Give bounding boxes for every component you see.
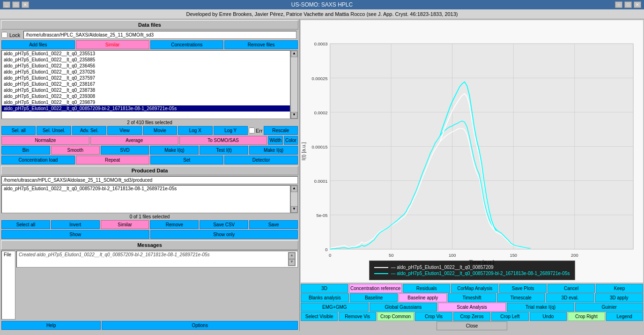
file-item[interactable]: aldo_pH7p5_Elution1_0022__lt_q0_235513 [2,51,290,57]
restore-button[interactable]: □ [12,1,20,8]
close-button[interactable]: Close [437,321,507,330]
adv-sel-button[interactable]: Adv. Sel. [72,126,106,135]
keep-button[interactable]: Keep [596,284,643,293]
guinier-button[interactable]: Guinier [575,303,643,312]
produced-file-item[interactable]: aldo_pH7p5_Elution1_0022__lt_q0_00857209… [2,186,290,192]
set-button[interactable]: Set [150,156,224,164]
min-btn2[interactable]: − [615,1,622,8]
file-list-scrollbar[interactable]: ▲ ▼ [290,50,298,119]
repeat-button[interactable]: Repeat [76,156,149,164]
similar2-button[interactable]: Similar [101,220,149,229]
svg-text:100: 100 [449,253,456,258]
trial-make-iq-button[interactable]: Trial make I(q) [507,303,575,312]
svg-text:0.0003: 0.0003 [314,41,328,46]
scroll-down-btn[interactable]: ▼ [291,112,297,119]
log-x-button[interactable]: Log X [178,126,212,135]
crop-common-button[interactable]: Crop Common [377,312,414,321]
movie-button[interactable]: Movie [143,126,177,135]
close-button[interactable]: ✕ [22,1,29,8]
lock-checkbox[interactable] [1,32,7,38]
remove-files-button[interactable]: Remove files [224,40,298,49]
detector-button[interactable]: Detector [224,156,298,164]
crop-left-button[interactable]: Crop Left [491,312,528,321]
emg-gmg-button[interactable]: EMG+GMG [301,303,369,312]
residuals-button[interactable]: Residuals [403,284,450,293]
remove-vis-button[interactable]: Remove Vis [339,312,376,321]
concentration-load-button[interactable]: Concentration load [1,156,75,164]
select-visible-button[interactable]: Select Visible [301,312,338,321]
err-checkbox[interactable] [249,127,255,134]
3d-apply-button[interactable]: 3D apply [595,293,643,302]
file-item[interactable]: aldo_pH7p5_Elution1_0022__lt_q0_237597 [2,75,290,81]
file-item[interactable]: aldo_pH7p5_Elution1_0022__lt_q0_238167 [2,81,290,87]
rescale-button[interactable]: Rescale [264,126,298,135]
add-files-button[interactable]: Add files [1,40,75,49]
select-all-button[interactable]: Select all [1,220,50,229]
remove-button[interactable]: Remove [150,220,199,229]
normalize-button[interactable]: Normalize [1,136,89,145]
file-item[interactable]: aldo_pH7p5_Elution1_0022__lt_q0_00857209… [2,105,290,112]
help-button[interactable]: Help [1,321,101,330]
invert-button[interactable]: Invert [51,220,100,229]
global-gaussians-button[interactable]: Global Gaussians [370,303,437,312]
produced-scroll-down[interactable]: ▼ [291,206,297,213]
3d-eval-button[interactable]: 3D eval. [546,293,594,302]
crop-right-button[interactable]: Crop Right [568,312,605,321]
scroll-up-btn[interactable]: ▲ [291,51,297,57]
show-only-button[interactable]: Show only [150,230,298,239]
sel-unsel-button[interactable]: Sel. Unsel. [37,126,71,135]
messages-scrollbar[interactable]: ▲ ▼ [288,252,296,266]
3d-button[interactable]: 3D [301,284,348,293]
test-it-button[interactable]: Test I(t) [200,146,248,155]
scale-analysis-button[interactable]: Scale Analysis [438,303,506,312]
produced-file-list[interactable]: aldo_pH7p5_Elution1_0022__lt_q0_00857209… [1,185,290,213]
file-item[interactable]: aldo_pH7p5_Elution1_0022__lt_q0_235885 [2,57,290,63]
max-btn2[interactable]: □ [624,1,632,8]
concentration-reference-button[interactable]: Concentration reference [349,284,402,293]
save-csv-button[interactable]: Save CSV [200,220,248,229]
close-btn2[interactable]: ✕ [634,1,641,8]
file-item[interactable]: aldo_pH7p5_Elution1_0022__lt_q0_237026 [2,69,290,75]
svd-button[interactable]: SVD [101,146,149,155]
msg-scroll-up[interactable]: ▲ [289,253,295,259]
cormap-analysis-button[interactable]: CorMap Analysis [451,284,498,293]
legend-button[interactable]: Legend [606,312,643,321]
similar-button[interactable]: Similar [76,40,149,49]
file-list[interactable]: aldo_pH7p5_Elution1_0022__lt_q0_235513al… [1,50,290,119]
save-button[interactable]: Save [249,220,298,229]
make-iq-button[interactable]: Make I(q) [150,146,199,155]
smooth-button[interactable]: Smooth [51,146,100,155]
baseline-apply-button[interactable]: Baseline apply [399,293,447,302]
width-button[interactable]: Width [268,136,283,145]
timescale-button[interactable]: Timescale [497,293,545,302]
undo-button[interactable]: Undo [530,312,567,321]
file-item[interactable]: aldo_pH7p5_Elution1_0022__lt_q0_239879 [2,99,290,105]
timeshift-button[interactable]: Timeshift [448,293,496,302]
file-item[interactable]: aldo_pH7p5_Elution1_0022__lt_q0_236456 [2,63,290,69]
crop-zeros-button[interactable]: Crop Zeros [453,312,490,321]
concentrations-button[interactable]: Concentrations [150,40,224,49]
produced-scroll-up[interactable]: ▲ [291,186,297,192]
make-qt-button[interactable]: Make I(q) [249,146,298,155]
log-y-button[interactable]: Log Y [214,126,248,135]
color-button[interactable]: Color [284,136,298,145]
show-button[interactable]: Show [1,230,149,239]
bin-button[interactable]: Bin [1,146,50,155]
produced-scrollbar[interactable]: ▲ ▼ [290,185,298,213]
to-somo-sas-button[interactable]: To SOMO/SAS [179,136,267,145]
average-button[interactable]: Average [90,136,178,145]
minimize-button[interactable]: _ [3,1,10,8]
cancel-button[interactable]: Cancel [548,284,595,293]
save-plots-button[interactable]: Save Plots [499,284,547,293]
msg-scroll-down[interactable]: ▼ [289,259,295,266]
options-button[interactable]: Options [102,321,298,330]
svg-text:5e-05: 5e-05 [316,213,327,218]
crop-vis-button[interactable]: Crop Vis [415,312,452,321]
sel-all-button[interactable]: Sel. all [1,126,36,135]
baseline-button[interactable]: Baseline [350,293,398,302]
file-item[interactable]: aldo_pH7p5_Elution1_0022__lt_q0_239308 [2,93,290,99]
file-item[interactable]: aldo_pH7p5_Elution1_0022__lt_q0_238738 [2,87,290,93]
legend-item-2: — aldo_pH7p5_Elution1_0022__lt_q0_008572… [374,271,570,276]
blanks-analysis-button[interactable]: Blanks analysis [301,293,349,302]
view-button[interactable]: View [107,126,141,135]
